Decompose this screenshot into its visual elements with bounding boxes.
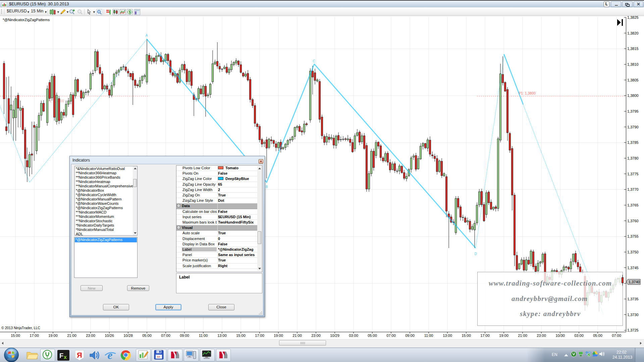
svg-text:1,3765: 1,3765 bbox=[627, 203, 639, 207]
svg-text:21:00: 21:00 bbox=[67, 334, 76, 338]
svg-text:1,3745: 1,3745 bbox=[627, 266, 639, 270]
svg-text:x: x bbox=[64, 354, 67, 360]
svg-text:03:00: 03:00 bbox=[574, 334, 584, 338]
svg-text:1,3725: 1,3725 bbox=[627, 328, 639, 332]
svg-text:1,3805: 1,3805 bbox=[627, 78, 639, 82]
svg-text:D: D bbox=[474, 252, 477, 256]
svg-text:21:00: 21:00 bbox=[518, 334, 527, 338]
svg-text:1,3760: 1,3760 bbox=[627, 219, 639, 223]
svg-text:10/30: 10/30 bbox=[555, 334, 565, 338]
svg-text:17:00: 17:00 bbox=[30, 334, 39, 338]
svg-text:23:00: 23:00 bbox=[86, 334, 95, 338]
svg-text:www.trading-software-collectio: www.trading-software-collection.com bbox=[489, 279, 611, 287]
svg-text:F: F bbox=[59, 352, 63, 359]
svg-text:15:00: 15:00 bbox=[11, 334, 20, 338]
svg-text:1,3815: 1,3815 bbox=[627, 47, 639, 51]
svg-text:11:00: 11:00 bbox=[199, 334, 208, 338]
svg-text:$: $ bbox=[129, 10, 131, 14]
svg-text:11:00: 11:00 bbox=[424, 334, 433, 338]
svg-text:1,3800: 1,3800 bbox=[627, 94, 639, 98]
svg-text:13:00: 13:00 bbox=[443, 334, 452, 338]
svg-text:1,3785: 1,3785 bbox=[627, 140, 639, 144]
svg-text:Б4: Б4 bbox=[157, 356, 160, 358]
svg-text:19:00: 19:00 bbox=[274, 334, 283, 338]
svg-text:e: e bbox=[107, 350, 112, 361]
svg-text:17:00: 17:00 bbox=[255, 334, 264, 338]
svg-text:A: A bbox=[146, 34, 148, 37]
svg-text:1,3820: 1,3820 bbox=[627, 31, 639, 35]
svg-text:23:00: 23:00 bbox=[311, 334, 321, 338]
svg-text:1,3790: 1,3790 bbox=[627, 125, 639, 129]
svg-text:05:00: 05:00 bbox=[593, 334, 602, 338]
svg-text:1,3750: 1,3750 bbox=[627, 250, 639, 254]
svg-text:1,3810: 1,3810 bbox=[627, 62, 639, 66]
svg-text:07:00: 07:00 bbox=[161, 334, 170, 338]
svg-text:10/29: 10/29 bbox=[330, 334, 339, 338]
svg-text:1,3780: 1,3780 bbox=[627, 156, 639, 160]
svg-text:B: B bbox=[266, 185, 268, 189]
svg-text:07:00: 07:00 bbox=[612, 334, 621, 338]
svg-text:1,3730: 1,3730 bbox=[627, 313, 639, 317]
svg-text:C: C bbox=[313, 59, 315, 63]
svg-text:10/28: 10/28 bbox=[123, 334, 133, 338]
svg-text:17:00: 17:00 bbox=[480, 334, 490, 338]
svg-text:skype: andreybbrv: skype: andreybbrv bbox=[520, 310, 581, 318]
svg-text:1,3755: 1,3755 bbox=[627, 234, 639, 238]
svg-text:13:00: 13:00 bbox=[217, 334, 227, 338]
svg-text:03:00: 03:00 bbox=[349, 334, 358, 338]
svg-text:1,3740: 1,3740 bbox=[629, 280, 640, 284]
svg-text:*@NindicatorZigZagPatterns: *@NindicatorZigZagPatterns bbox=[3, 18, 50, 22]
svg-text:15:00: 15:00 bbox=[462, 334, 471, 338]
svg-text:10/26: 10/26 bbox=[105, 334, 114, 338]
svg-text:1,3735: 1,3735 bbox=[627, 297, 639, 301]
svg-text:19:00: 19:00 bbox=[48, 334, 58, 338]
svg-text:© 2013 NinjaTrader, LLC: © 2013 NinjaTrader, LLC bbox=[1, 326, 40, 330]
svg-text:07:00: 07:00 bbox=[386, 334, 396, 338]
svg-text:15:00: 15:00 bbox=[236, 334, 246, 338]
svg-text:05:00: 05:00 bbox=[368, 334, 377, 338]
svg-text:09:00: 09:00 bbox=[180, 334, 189, 338]
svg-text:1,3775: 1,3775 bbox=[627, 172, 639, 176]
svg-text:P1: 1,3800: P1: 1,3800 bbox=[519, 91, 536, 95]
svg-text:23:00: 23:00 bbox=[537, 334, 546, 338]
svg-text:09:00: 09:00 bbox=[405, 334, 415, 338]
svg-text:19:00: 19:00 bbox=[499, 334, 508, 338]
svg-text:05:00: 05:00 bbox=[142, 334, 152, 338]
svg-text:Я: Я bbox=[77, 351, 82, 359]
svg-text:1,3795: 1,3795 bbox=[627, 109, 639, 113]
svg-text:1,3770: 1,3770 bbox=[627, 187, 639, 191]
svg-text:andreybbrv@gmail.com: andreybbrv@gmail.com bbox=[512, 295, 587, 303]
svg-text:21:00: 21:00 bbox=[292, 334, 302, 338]
